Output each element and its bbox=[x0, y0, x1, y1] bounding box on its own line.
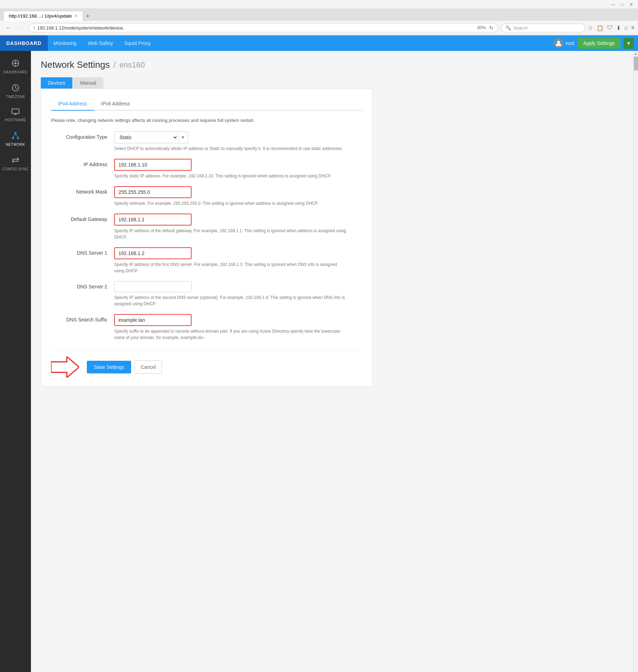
svg-point-13 bbox=[17, 137, 19, 139]
reload-button[interactable]: ↻ bbox=[489, 25, 494, 31]
tab-title: http://192.168..../ 1/ipv4/update bbox=[9, 13, 72, 19]
sidebar-label-hostname: HOSTNAME bbox=[5, 118, 26, 122]
dns2-control: Specify IP address of the second DNS ser… bbox=[114, 281, 362, 307]
tab-manual[interactable]: Manual bbox=[73, 77, 103, 89]
svg-point-11 bbox=[14, 132, 17, 134]
scrollbar-up[interactable]: ▲ bbox=[633, 51, 638, 56]
clipboard-icon[interactable]: 📋 bbox=[597, 25, 604, 31]
svg-point-0 bbox=[557, 41, 560, 44]
bookmark-icon[interactable]: ☆ bbox=[588, 25, 593, 31]
svg-marker-18 bbox=[51, 357, 79, 378]
gateway-hint-em: 192.168.1.1 bbox=[220, 228, 242, 233]
app-logo: DASHBOARD bbox=[0, 35, 48, 51]
gateway-label: Default Gateway bbox=[51, 214, 114, 222]
sidebar-item-config-sync[interactable]: CONFIG SYNC bbox=[0, 151, 31, 176]
shield-icon[interactable]: 🛡 bbox=[607, 25, 613, 31]
netmask-row: Network Mask Specify netmask. For exampl… bbox=[51, 186, 362, 207]
search-icon: 🔍 bbox=[505, 25, 511, 31]
nav-monitoring[interactable]: Monitoring bbox=[48, 35, 82, 51]
sub-tab-bar: IPv4 Address IPv6 Address bbox=[51, 97, 362, 111]
dns-suffix-control: Specify suffix to be appended to records… bbox=[114, 314, 362, 341]
apply-settings-button[interactable]: Apply Settings bbox=[578, 38, 620, 49]
dns2-hint-pre: Specify IP address of the second DNS ser… bbox=[114, 295, 246, 300]
svg-point-2 bbox=[14, 62, 17, 64]
sub-tab-ipv4[interactable]: IPv4 Address bbox=[51, 97, 94, 111]
zoom-level[interactable]: 80% bbox=[476, 25, 487, 30]
tab-devices[interactable]: Devices bbox=[41, 77, 72, 89]
svg-line-14 bbox=[13, 134, 15, 137]
dns2-label: DNS Server 2 bbox=[51, 281, 114, 289]
dns-suffix-label: DNS Search Suffix bbox=[51, 314, 114, 322]
gateway-control: Specify IP address of the default gatewa… bbox=[114, 214, 362, 240]
page-subtitle: ens160 bbox=[120, 60, 145, 70]
config-type-control: Static DHCP ▼ Select DHCP to automatical… bbox=[114, 131, 362, 152]
config-type-select-wrapper[interactable]: Static DHCP ▼ bbox=[114, 131, 188, 143]
sidebar-item-hostname[interactable]: HOSTNAME bbox=[0, 104, 31, 127]
netmask-label: Network Mask bbox=[51, 186, 114, 195]
dns2-input[interactable] bbox=[114, 281, 192, 292]
dns2-row: DNS Server 2 Specify IP address of the s… bbox=[51, 281, 362, 307]
network-icon bbox=[12, 132, 19, 141]
hostname-icon bbox=[12, 109, 19, 117]
dns1-row: DNS Server 1 Specify IP address of the f… bbox=[51, 247, 362, 274]
search-placeholder: Search bbox=[513, 25, 528, 31]
browser-tab[interactable]: http://192.168..../ 1/ipv4/update ✕ bbox=[4, 11, 83, 21]
form-card: IPv4 Address IPv6 Address Please note, c… bbox=[41, 89, 373, 386]
sidebar-item-network[interactable]: NETWORK bbox=[0, 127, 31, 151]
ip-address-row: IP Address Specify static IP address. Fo… bbox=[51, 159, 362, 179]
dns1-label: DNS Server 1 bbox=[51, 247, 114, 256]
ip-hint-em: 192.168.1.10 bbox=[188, 174, 213, 178]
page-title: Network Settings / ens160 bbox=[41, 59, 373, 70]
search-bar[interactable]: 🔍 Search bbox=[501, 24, 585, 32]
address-text: 192.168.1.12/node/system/network/device, bbox=[37, 25, 474, 31]
dns-suffix-hint-post: . bbox=[203, 335, 204, 340]
apply-settings-dropdown[interactable]: ▼ bbox=[624, 38, 634, 49]
ip-address-input[interactable] bbox=[114, 159, 192, 171]
sidebar-label-timezone: TIMEZONE bbox=[6, 95, 25, 99]
home-icon[interactable]: ⌂ bbox=[624, 25, 628, 31]
dns-suffix-hint-pre: Specify suffix to be appended to records… bbox=[114, 329, 340, 340]
sidebar-label-network: NETWORK bbox=[6, 143, 25, 146]
title-separator: / bbox=[114, 59, 116, 70]
sidebar-label-dashboard: DASHBOARD bbox=[4, 70, 27, 74]
close-btn[interactable]: ✕ bbox=[629, 2, 634, 7]
forward-button[interactable]: → bbox=[16, 23, 26, 33]
netmask-input[interactable] bbox=[114, 186, 192, 198]
gateway-hint: Specify IP address of the default gatewa… bbox=[114, 228, 346, 240]
menu-icon[interactable]: ≡ bbox=[631, 25, 634, 31]
user-avatar bbox=[554, 38, 563, 48]
sidebar-label-config-sync: CONFIG SYNC bbox=[2, 167, 29, 171]
config-sync-icon bbox=[12, 156, 19, 166]
minimize-btn[interactable]: — bbox=[611, 2, 616, 7]
tab-close-icon[interactable]: ✕ bbox=[75, 14, 78, 18]
dns1-input[interactable] bbox=[114, 247, 192, 259]
maximize-btn[interactable]: □ bbox=[620, 2, 625, 7]
timezone-icon bbox=[12, 84, 19, 93]
arrow-annotation bbox=[51, 357, 83, 378]
sub-tab-ipv6[interactable]: IPv6 Address bbox=[94, 97, 137, 111]
scrollbar-thumb[interactable] bbox=[634, 57, 638, 71]
notice-text: Please note, changing network settings a… bbox=[51, 118, 362, 123]
sidebar-item-dashboard[interactable]: DASHBOARD bbox=[0, 54, 31, 79]
cancel-button[interactable]: Cancel bbox=[135, 360, 162, 374]
ip-hint-post: . This setting is ignored when address i… bbox=[213, 174, 331, 178]
app-nav: Monitoring Web Safety Squid Proxy bbox=[48, 35, 554, 51]
ip-address-hint: Specify static IP address. For example, … bbox=[114, 173, 346, 179]
download-icon[interactable]: ⬇ bbox=[616, 25, 621, 31]
save-settings-button[interactable]: Save Settings bbox=[87, 361, 131, 373]
svg-line-15 bbox=[15, 134, 18, 137]
ip-address-label: IP Address bbox=[51, 159, 114, 167]
sidebar: DASHBOARD TIMEZONE HOSTNAME bbox=[0, 51, 31, 672]
sidebar-item-timezone[interactable]: TIMEZONE bbox=[0, 79, 31, 104]
address-bar[interactable]: ℹ 192.168.1.12/node/system/network/devic… bbox=[29, 23, 498, 32]
gateway-input[interactable] bbox=[114, 214, 192, 226]
main-tabs: Devices Manual bbox=[41, 77, 373, 89]
dns-suffix-input[interactable] bbox=[114, 314, 192, 326]
new-tab-btn[interactable]: + bbox=[83, 12, 92, 21]
scrollbar[interactable]: ▲ ▼ bbox=[633, 51, 638, 672]
nav-squid-proxy[interactable]: Squid Proxy bbox=[119, 35, 156, 51]
nav-web-safety[interactable]: Web Safety bbox=[82, 35, 118, 51]
config-type-select[interactable]: Static DHCP bbox=[115, 132, 178, 143]
netmask-control: Specify netmask. For example, 255.255.25… bbox=[114, 186, 362, 207]
back-button[interactable]: ← bbox=[4, 23, 13, 33]
